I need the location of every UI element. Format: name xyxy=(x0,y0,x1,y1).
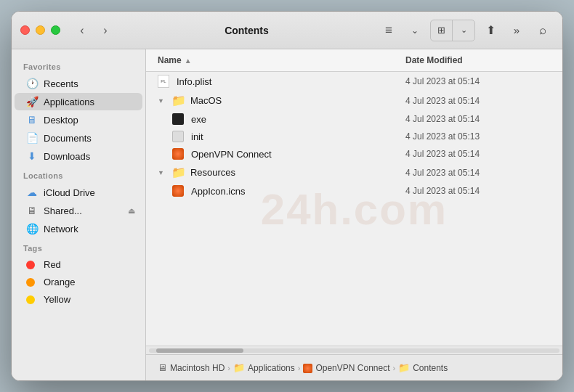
file-name-text: AppIcon.icns xyxy=(191,186,245,197)
name-column-header[interactable]: Name ▲ xyxy=(158,55,405,65)
file-row[interactable]: ▼ 📁 MacOS 4 Jul 2023 at 05:14 xyxy=(146,91,562,110)
breadcrumb-openvpn-label: OpenVPN Connect xyxy=(315,363,389,373)
icloud-icon: ☁ xyxy=(26,187,38,198)
file-row[interactable]: PL Info.plist 4 Jul 2023 at 05:14 xyxy=(146,72,562,91)
file-row[interactable]: init 4 Jul 2023 at 05:13 xyxy=(146,128,562,145)
back-button[interactable]: ‹ xyxy=(72,20,92,41)
eject-icon[interactable]: ⏏ xyxy=(128,206,135,216)
sidebar-item-shared[interactable]: 🖥 Shared... ⏏ xyxy=(15,202,142,219)
desktop-label: Desktop xyxy=(44,115,78,126)
file-pane: Name ▲ Date Modified 24h.com PL Info.pli… xyxy=(146,49,562,380)
minimize-button[interactable] xyxy=(36,25,45,35)
downloads-label: Downloads xyxy=(44,151,90,162)
list-view-button[interactable]: ≡ xyxy=(378,20,400,41)
grid-view-button[interactable]: ⊞ xyxy=(431,20,453,41)
network-icon: 🌐 xyxy=(26,223,38,234)
documents-icon: 📄 xyxy=(26,132,38,144)
file-name-cell: AppIcon.icns xyxy=(158,185,405,197)
appicon-file-icon xyxy=(172,185,185,197)
scrollbar-thumb[interactable] xyxy=(156,348,243,353)
file-date-cell: 4 Jul 2023 at 05:14 xyxy=(405,149,551,159)
file-name-cell: ▼ 📁 MacOS xyxy=(158,94,405,107)
icloud-label: iCloud Drive xyxy=(44,187,95,198)
sidebar-item-downloads[interactable]: ⬇ Downloads xyxy=(15,147,142,165)
breadcrumb-item-applications[interactable]: 📁 Applications xyxy=(233,362,295,373)
file-name-cell: PL Info.plist xyxy=(158,75,405,88)
sidebar-item-tag-yellow[interactable]: Yellow xyxy=(15,291,142,308)
tags-header: Tags xyxy=(12,238,145,256)
scrollbar-track xyxy=(149,348,559,353)
sidebar-item-network[interactable]: 🌐 Network xyxy=(15,220,142,237)
breadcrumb-item-openvpn[interactable]: OpenVPN Connect xyxy=(303,362,389,373)
shared-icon: 🖥 xyxy=(26,205,38,216)
breadcrumb-contents-folder-icon: 📁 xyxy=(398,362,410,373)
file-date-cell: 4 Jul 2023 at 05:13 xyxy=(405,131,551,142)
sort-button[interactable]: ⌄ xyxy=(404,20,426,41)
search-button[interactable]: ⌕ xyxy=(532,20,554,41)
sidebar-item-tag-red[interactable]: Red xyxy=(15,256,142,273)
traffic-lights xyxy=(20,25,60,35)
breadcrumb-item-hd[interactable]: 🖥 Macintosh HD xyxy=(158,362,225,373)
chevron-down-icon: ▼ xyxy=(158,97,164,105)
tag-orange-label: Orange xyxy=(44,277,75,287)
breadcrumb-vpn-icon xyxy=(303,362,312,373)
date-column-header[interactable]: Date Modified xyxy=(405,55,551,65)
sidebar-item-desktop[interactable]: 🖥 Desktop xyxy=(15,111,142,128)
documents-label: Documents xyxy=(44,133,92,144)
file-name-cell: init xyxy=(158,131,405,142)
finder-window: ‹ › Contents ≡ ⌄ ⊞ ⌄ ⬆ » ⌕ Favorites 🕐 R… xyxy=(11,11,563,381)
tag-orange-icon xyxy=(26,278,38,287)
file-name-text: exe xyxy=(191,114,206,125)
sidebar-item-documents[interactable]: 📄 Documents xyxy=(15,129,142,147)
file-date-cell: 4 Jul 2023 at 05:14 xyxy=(405,76,551,86)
file-row[interactable]: exe 4 Jul 2023 at 05:14 xyxy=(146,110,562,128)
file-name-cell: ▼ 📁 Resources xyxy=(158,166,405,179)
maximize-button[interactable] xyxy=(51,25,60,35)
file-date-cell: 4 Jul 2023 at 05:14 xyxy=(405,168,551,178)
tag-red-icon xyxy=(26,261,38,269)
titlebar: ‹ › Contents ≡ ⌄ ⊞ ⌄ ⬆ » ⌕ xyxy=(12,12,562,49)
hd-icon: 🖥 xyxy=(158,362,167,373)
view-toggle: ⊞ ⌄ xyxy=(430,20,475,41)
init-file-icon xyxy=(172,131,185,142)
file-row[interactable]: OpenVPN Connect 4 Jul 2023 at 05:14 xyxy=(146,145,562,163)
file-date-cell: 4 Jul 2023 at 05:14 xyxy=(405,114,551,124)
recents-label: Recents xyxy=(44,78,78,89)
file-name-text: OpenVPN Connect xyxy=(191,149,272,160)
forward-button[interactable]: › xyxy=(95,20,116,41)
file-name-text: MacOS xyxy=(190,95,222,106)
shared-label: Shared... xyxy=(44,205,82,216)
breadcrumb-separator: › xyxy=(392,364,395,372)
file-list: 24h.com PL Info.plist 4 Jul 2023 at 05:1… xyxy=(146,72,562,346)
more-button[interactable]: » xyxy=(506,20,527,41)
breadcrumb-separator: › xyxy=(298,364,301,372)
tag-yellow-label: Yellow xyxy=(44,294,70,305)
share-button[interactable]: ⬆ xyxy=(480,20,501,41)
file-row[interactable]: AppIcon.icns 4 Jul 2023 at 05:14 xyxy=(146,182,562,200)
breadcrumb-contents-label: Contents xyxy=(413,363,448,373)
exe-file-icon xyxy=(172,113,185,125)
navigation-buttons: ‹ › xyxy=(72,20,116,41)
breadcrumb: 🖥 Macintosh HD › 📁 Applications › OpenVP… xyxy=(146,354,562,380)
breadcrumb-applications-label: Applications xyxy=(248,363,295,373)
file-row[interactable]: ▼ 📁 Resources 4 Jul 2023 at 05:14 xyxy=(146,163,562,182)
file-header: Name ▲ Date Modified xyxy=(146,49,562,72)
view-dropdown-button[interactable]: ⌄ xyxy=(453,20,474,41)
applications-icon: 🚀 xyxy=(26,96,38,107)
breadcrumb-item-contents[interactable]: 📁 Contents xyxy=(398,362,448,373)
sidebar-item-applications[interactable]: 🚀 Applications xyxy=(15,93,142,110)
close-button[interactable] xyxy=(20,25,30,35)
network-label: Network xyxy=(44,224,78,234)
sidebar-item-icloud[interactable]: ☁ iCloud Drive xyxy=(15,184,142,201)
breadcrumb-folder-icon: 📁 xyxy=(233,362,245,373)
plist-file-icon: PL xyxy=(158,75,171,88)
file-name-cell: OpenVPN Connect xyxy=(158,148,405,160)
sidebar-item-recents[interactable]: 🕐 Recents xyxy=(15,75,142,92)
sort-arrow-icon: ▲ xyxy=(185,57,192,65)
desktop-icon: 🖥 xyxy=(26,114,38,126)
scrollbar[interactable] xyxy=(146,346,562,354)
favorites-header: Favorites xyxy=(12,57,145,74)
sidebar-item-tag-orange[interactable]: Orange xyxy=(15,274,142,290)
window-title: Contents xyxy=(116,25,378,36)
breadcrumb-separator: › xyxy=(227,364,230,372)
